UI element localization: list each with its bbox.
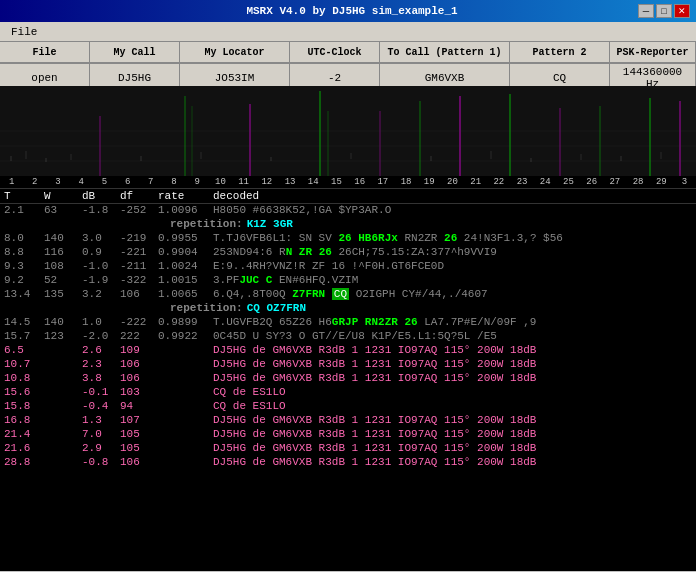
repetition-row: repetition: K1Z 3GR [0, 218, 696, 232]
freq-tick-23: 23 [510, 177, 533, 187]
decode-t: 21.6 [4, 442, 44, 454]
col-header-db: dB [82, 190, 120, 202]
toolbar-labels: File My Call My Locator UTC-Clock To Cal… [0, 42, 696, 64]
decode-df: -252 [120, 204, 158, 216]
decode-df: -219 [120, 232, 158, 244]
freq-tick-27: 27 [603, 177, 626, 187]
freq-tick-11: 11 [232, 177, 255, 187]
decode-db: 3.8 [82, 372, 120, 384]
decode-t: 16.8 [4, 414, 44, 426]
freq-tick-10: 10 [209, 177, 232, 187]
decode-df: 106 [120, 456, 158, 468]
decode-t: 9.2 [4, 274, 44, 286]
decode-row: 9.3 108 -1.0 -211 1.0024 E:9..4RH?VNZ!R … [0, 260, 696, 274]
svg-rect-18 [10, 156, 12, 161]
decode-rate: 1.0024 [158, 260, 213, 272]
decode-t: 21.4 [4, 428, 44, 440]
freq-tick-4: 4 [70, 177, 93, 187]
decode-rate: 0.9922 [158, 330, 213, 342]
decode-db: 0.9 [82, 246, 120, 258]
decode-text: DJ5HG de GM6VXB R3dB 1 1231 IO97AQ 115° … [213, 344, 692, 356]
decode-db: 3.0 [82, 232, 120, 244]
decode-t: 9.3 [4, 260, 44, 272]
freq-tick-20: 20 [441, 177, 464, 187]
decode-t: 14.5 [4, 316, 44, 328]
decode-text: DJ5HG de GM6VXB R3dB 1 1231 IO97AQ 115° … [213, 372, 692, 384]
svg-rect-19 [25, 151, 27, 159]
minimize-button[interactable]: ─ [638, 4, 654, 18]
column-headers: T W dB df rate decoded [0, 189, 696, 204]
decode-text: DJ5HG de GM6VXB R3dB 1 1231 IO97AQ 115° … [213, 358, 692, 370]
svg-rect-22 [140, 156, 142, 161]
label-pattern2: Pattern 2 [510, 42, 610, 62]
label-mylocator: My Locator [180, 42, 290, 62]
decode-text: 6.Q4,.8T00Q Z7FRN CQ O2IGPH CY#/44,./460… [213, 288, 692, 300]
svg-rect-25 [350, 153, 352, 159]
freq-tick-25: 25 [557, 177, 580, 187]
decode-row-pink: 21.4 7.0 105 DJ5HG de GM6VXB R3dB 1 1231… [0, 428, 696, 442]
decode-db: 2.3 [82, 358, 120, 370]
col-header-rate: rate [158, 190, 213, 202]
menu-bar: File [0, 22, 696, 42]
decode-db: 1.0 [82, 316, 120, 328]
decode-row: 8.8 116 0.9 -221 0.9904 253ND94:6 RN ZR … [0, 246, 696, 260]
waterfall-svg [0, 86, 696, 176]
decode-t: 28.8 [4, 456, 44, 468]
decode-row-pink: 15.8 -0.4 94 CQ de ES1LO [0, 400, 696, 414]
decode-df: 103 [120, 386, 158, 398]
decode-row-pink: 6.5 2.6 109 DJ5HG de GM6VXB R3dB 1 1231 … [0, 344, 696, 358]
maximize-button[interactable]: □ [656, 4, 672, 18]
decode-df: 94 [120, 400, 158, 412]
freq-tick-14: 14 [302, 177, 325, 187]
decode-text: DJ5HG de GM6VXB R3dB 1 1231 IO97AQ 115° … [213, 442, 692, 454]
decode-row: 8.0 140 3.0 -219 0.9955 T.TJ6VFB6L1: SN … [0, 232, 696, 246]
freq-tick-12: 12 [255, 177, 278, 187]
decode-db: 2.9 [82, 442, 120, 454]
svg-rect-29 [580, 154, 582, 160]
svg-rect-20 [45, 158, 47, 162]
decode-df: 109 [120, 344, 158, 356]
menu-file[interactable]: File [0, 22, 48, 41]
svg-rect-24 [270, 157, 272, 161]
svg-rect-28 [530, 158, 532, 162]
decode-row-pink: 15.6 -0.1 103 CQ de ES1LO [0, 386, 696, 400]
decode-row-pink: 10.7 2.3 106 DJ5HG de GM6VXB R3dB 1 1231… [0, 358, 696, 372]
decode-rate: 1.0065 [158, 288, 213, 300]
decode-df: 106 [120, 358, 158, 370]
decode-t: 2.1 [4, 204, 44, 216]
decode-text: CQ de ES1LO [213, 386, 692, 398]
decode-w: 140 [44, 316, 82, 328]
col-header-decoded: decoded [213, 190, 692, 202]
decode-text: 3.PFJUC C EN#6HFQ.VZIM [213, 274, 692, 286]
label-mycall: My Call [90, 42, 180, 62]
freq-tick-26: 26 [580, 177, 603, 187]
decode-db: 1.3 [82, 414, 120, 426]
freq-tick-16: 16 [348, 177, 371, 187]
decode-w: 116 [44, 246, 82, 258]
freq-tick-7: 7 [139, 177, 162, 187]
decode-row: 9.2 52 -1.9 -322 1.0015 3.PFJUC C EN#6HF… [0, 274, 696, 288]
decode-rate: 1.0015 [158, 274, 213, 286]
decode-rate: 0.9904 [158, 246, 213, 258]
decode-text: DJ5HG de GM6VXB R3dB 1 1231 IO97AQ 115° … [213, 428, 692, 440]
close-button[interactable]: ✕ [674, 4, 690, 18]
repetition-text-2: CQ OZ7FRN [247, 302, 306, 316]
freq-tick-17: 17 [371, 177, 394, 187]
decode-text: CQ de ES1LO [213, 400, 692, 412]
freq-tick-3: 3 [46, 177, 69, 187]
decode-df: -222 [120, 316, 158, 328]
decode-area: T W dB df rate decoded 2.1 63 -1.8 -252 … [0, 189, 696, 571]
freq-tick-28: 28 [626, 177, 649, 187]
freq-tick-15: 15 [325, 177, 348, 187]
decode-row-pink: 10.8 3.8 106 DJ5HG de GM6VXB R3dB 1 1231… [0, 372, 696, 386]
decode-t: 8.0 [4, 232, 44, 244]
svg-rect-21 [70, 154, 72, 160]
waterfall-display[interactable] [0, 86, 696, 176]
repetition-text: K1Z 3GR [247, 218, 293, 232]
decode-w: 123 [44, 330, 82, 342]
decode-db: -0.1 [82, 386, 120, 398]
freq-tick-30: 3 [673, 177, 696, 187]
decode-w: 52 [44, 274, 82, 286]
decode-db: -2.0 [82, 330, 120, 342]
decode-row: 2.1 63 -1.8 -252 1.0096 H8050 #6638K52,!… [0, 204, 696, 218]
